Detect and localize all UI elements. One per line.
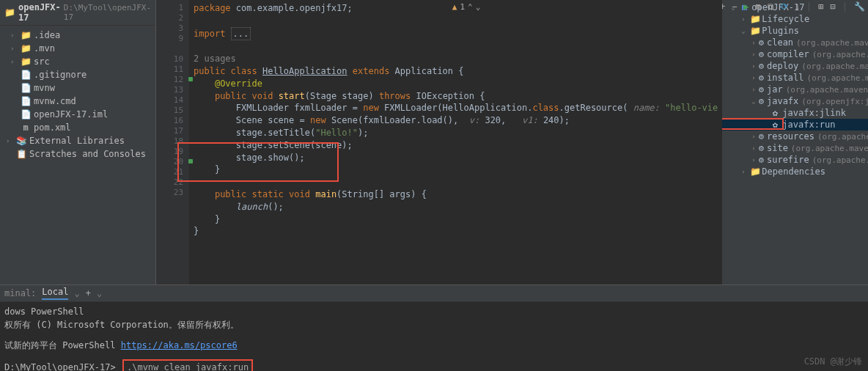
tree-iml[interactable]: 📄openJFX-17.iml — [0, 108, 155, 121]
collapse-icon[interactable]: ⊟ — [831, 1, 836, 12]
term-prompt-line: D:\MyTool\openJFX-17> .\mvnw clean javaf… — [4, 359, 864, 371]
plugin-jar[interactable]: ›⚙jar (org.apache.maven.plugins:maven-ja… — [722, 84, 868, 95]
m-icon[interactable]: m — [756, 1, 761, 12]
plugin-install[interactable]: ›⚙install (org.apache.maven.plugins:mave… — [722, 72, 868, 84]
chevron-down-icon-2[interactable]: ⌄ — [97, 288, 102, 298]
code-area[interactable]: package com.example.openjfx17; import ..… — [189, 0, 722, 284]
refresh-icon[interactable]: ⟳ — [781, 1, 788, 12]
expand-icon[interactable]: ⊞ — [818, 1, 823, 12]
maven-lifecycle[interactable]: ›📁Lifecycle — [722, 13, 868, 25]
watermark: CSDN @谢少锋 — [804, 356, 862, 368]
tree-mvnwcmd[interactable]: 📄mvnw.cmd — [0, 95, 155, 108]
plugin-clean[interactable]: ›⚙clean (org.apache.maven.plugins:maven-… — [722, 37, 868, 48]
tree-pom[interactable]: mpom.xml — [0, 121, 155, 134]
maven-deps[interactable]: ›📁Dependencies — [722, 166, 868, 177]
add-terminal-icon[interactable]: + — [86, 288, 91, 298]
tree-gitignore[interactable]: 📄.gitignore — [0, 68, 155, 81]
goal-run[interactable]: ✿javafx:run — [722, 119, 868, 131]
highlight-box-main — [177, 142, 339, 182]
pscore-link[interactable]: https://aka.ms/pscore6 — [121, 340, 238, 350]
highlight-box-cmd: .\mvnw clean javafx:run — [122, 359, 253, 371]
chevron-down-icon[interactable]: ⌄ — [74, 288, 79, 298]
minus-icon[interactable]: − — [732, 1, 737, 12]
tree-extlib[interactable]: ›📚External Libraries — [0, 134, 155, 147]
project-name: openJFX-17 — [18, 2, 61, 23]
term-line: dows PowerShell — [4, 305, 864, 318]
term-line: 试新的跨平台 PowerShell https://aka.ms/pscore6 — [4, 339, 864, 352]
sep2: | — [842, 1, 847, 12]
project-header[interactable]: 📁 openJFX-17 D:\MyTool\openJFX-17 — [0, 0, 155, 26]
terminal-label: minal: — [4, 288, 36, 298]
terminal-command: .\mvnw clean javafx:run — [127, 362, 249, 371]
editor-gutter: 1239 1011121314151617181920212223 — [156, 0, 189, 284]
project-path: D:\MyTool\openJFX-17 — [64, 3, 151, 22]
maven-plugins[interactable]: ⌄📁Plugins — [722, 25, 868, 37]
sep: | — [806, 1, 812, 12]
hash-icon[interactable]: ⧉ — [768, 1, 774, 12]
terminal-body[interactable]: dows PowerShell 权所有 (C) Microsoft Corpor… — [0, 302, 868, 371]
tree-scratches[interactable]: 📋Scratches and Consoles — [0, 147, 155, 161]
settings-icon[interactable]: 🔧 — [854, 1, 865, 12]
plugin-javafx[interactable]: ⌄⚙javafx (org.openjfx:javafx-maven-plugi… — [722, 95, 868, 107]
terminal-panel: minal: Local ⌄ + ⌄ dows PowerShell 权所有 (… — [0, 284, 868, 371]
tree-src[interactable]: ›📁src — [0, 55, 155, 68]
project-folder-icon: 📁 — [4, 7, 15, 18]
plugin-resources[interactable]: ›⚙resources (org.apache.maven.plugins:ma… — [722, 131, 868, 142]
prompt-path: D:\MyTool\openJFX-17> — [4, 362, 116, 371]
download-icon[interactable]: ⇩ — [795, 1, 800, 12]
goal-jlink[interactable]: ✿javafx:jlink — [722, 107, 868, 119]
project-sidebar: 📁 openJFX-17 D:\MyTool\openJFX-17 ›📁.ide… — [0, 0, 156, 284]
plugin-surefire[interactable]: ›⚙surefire (org.apache.maven.plugins:mav… — [722, 154, 868, 166]
maven-panel: ⌄mopenJFX-17 ›📁Lifecycle ⌄📁Plugins ›⚙cle… — [722, 0, 868, 284]
project-tree: ›📁.idea ›📁.mvn ›📁src 📄.gitignore 📄mvnw 📄… — [0, 26, 155, 164]
tree-mvnw[interactable]: 📄mvnw — [0, 81, 155, 95]
plugin-deploy[interactable]: ›⚙deploy (org.apache.maven.plugins:maven… — [722, 60, 868, 72]
tree-mvn[interactable]: ›📁.mvn — [0, 42, 155, 55]
run-icon[interactable]: ▶ — [743, 1, 749, 12]
terminal-tab-local[interactable]: Local — [42, 287, 68, 300]
code-editor[interactable]: ▲ 1 ⌃ ⌄ 1239 101112131415161718192021222… — [156, 0, 722, 284]
terminal-tab-bar: minal: Local ⌄ + ⌄ — [0, 285, 868, 302]
plugin-compiler[interactable]: ›⚙compiler (org.apache.maven.plugins:mav… — [722, 48, 868, 60]
tree-idea[interactable]: ›📁.idea — [0, 29, 155, 42]
plugin-site[interactable]: ›⚙site (org.apache.maven.plugins:maven-s… — [722, 142, 868, 154]
term-line: 权所有 (C) Microsoft Corporation。保留所有权利。 — [4, 318, 864, 331]
